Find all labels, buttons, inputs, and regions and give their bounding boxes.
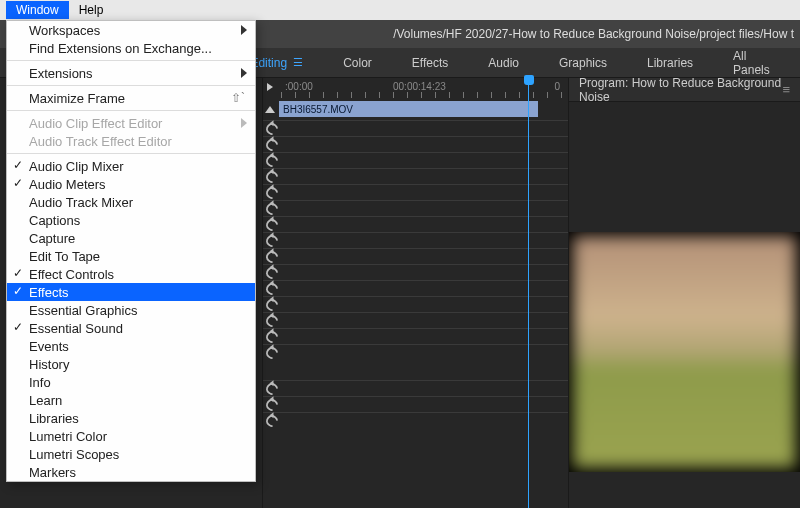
os-menubar: Window Help — [0, 0, 800, 20]
check-icon: ✓ — [13, 320, 23, 334]
video-track-header: BH3I6557.MOV — [263, 100, 568, 118]
menu-essential-sound[interactable]: ✓Essential Sound — [7, 319, 255, 337]
reset-icon[interactable] — [264, 184, 281, 201]
program-panel-title: Program: How to Reduce Background Noise — [579, 76, 782, 104]
timecode-end: 0 — [554, 81, 560, 92]
timecode-mid: 00:00:14:23 — [393, 81, 446, 92]
menu-info[interactable]: Info — [7, 373, 255, 391]
menu-effect-controls[interactable]: ✓Effect Controls — [7, 265, 255, 283]
panel-menu-icon[interactable]: ≡ — [782, 82, 790, 97]
reset-icon[interactable] — [264, 248, 281, 265]
audio-track[interactable] — [263, 396, 568, 412]
menu-libraries[interactable]: Libraries — [7, 409, 255, 427]
menu-captions[interactable]: Captions — [7, 211, 255, 229]
audio-track[interactable] — [263, 216, 568, 232]
reset-icon[interactable] — [264, 380, 281, 397]
audio-tracks — [263, 118, 568, 430]
audio-track[interactable] — [263, 152, 568, 168]
menu-capture[interactable]: Capture — [7, 229, 255, 247]
program-monitor-frame[interactable] — [569, 232, 800, 472]
reset-icon[interactable] — [264, 152, 281, 169]
shortcut-label: ⇧` — [231, 91, 245, 105]
menu-edit-to-tape[interactable]: Edit To Tape — [7, 247, 255, 265]
menu-separator — [7, 110, 255, 111]
audio-track[interactable] — [263, 200, 568, 216]
workspace-tab-allpanels[interactable]: All Panels — [713, 48, 800, 77]
program-panel-header: Program: How to Reduce Background Noise … — [569, 78, 800, 102]
menu-audio-track-mixer[interactable]: Audio Track Mixer — [7, 193, 255, 211]
reset-icon[interactable] — [264, 280, 281, 297]
menu-audio-clip-effect-editor: Audio Clip Effect Editor — [7, 114, 255, 132]
timecode-start: :00:00 — [285, 81, 313, 92]
reset-icon[interactable] — [264, 412, 281, 429]
check-icon: ✓ — [13, 158, 23, 172]
reset-icon[interactable] — [264, 136, 281, 153]
menu-separator — [7, 153, 255, 154]
audio-track[interactable] — [263, 296, 568, 312]
audio-track[interactable] — [263, 168, 568, 184]
submenu-arrow-icon — [241, 25, 247, 35]
audio-track[interactable] — [263, 184, 568, 200]
timeline-panel: :00:00 00:00:14:23 0 BH3I6557.MOV — [262, 78, 569, 508]
playhead[interactable] — [524, 75, 534, 85]
reset-icon[interactable] — [264, 168, 281, 185]
reset-icon[interactable] — [264, 264, 281, 281]
menu-history[interactable]: History — [7, 355, 255, 373]
reset-icon[interactable] — [264, 296, 281, 313]
menubar-window[interactable]: Window — [6, 1, 69, 19]
menu-extensions[interactable]: Extensions — [7, 64, 255, 82]
expand-up-icon[interactable] — [265, 106, 275, 113]
audio-track[interactable] — [263, 328, 568, 344]
menu-separator — [7, 60, 255, 61]
menu-markers[interactable]: Markers — [7, 463, 255, 481]
menu-learn[interactable]: Learn — [7, 391, 255, 409]
audio-track[interactable] — [263, 280, 568, 296]
menu-audio-track-effect-editor: Audio Track Effect Editor — [7, 132, 255, 150]
reset-icon[interactable] — [264, 120, 281, 137]
menu-workspaces[interactable]: Workspaces — [7, 21, 255, 39]
reset-icon[interactable] — [264, 232, 281, 249]
reset-icon[interactable] — [264, 396, 281, 413]
menu-effects[interactable]: ✓Effects — [7, 283, 255, 301]
menu-find-extensions[interactable]: Find Extensions on Exchange... — [7, 39, 255, 57]
menu-lumetri-scopes[interactable]: Lumetri Scopes — [7, 445, 255, 463]
reset-icon[interactable] — [264, 200, 281, 217]
reset-icon[interactable] — [264, 344, 281, 361]
audio-track[interactable] — [263, 380, 568, 396]
workspace-tab-graphics[interactable]: Graphics — [539, 48, 627, 77]
audio-track[interactable] — [263, 136, 568, 152]
menu-essential-graphics[interactable]: Essential Graphics — [7, 301, 255, 319]
program-monitor-panel: Program: How to Reduce Background Noise … — [569, 78, 800, 508]
menu-audio-clip-mixer[interactable]: ✓Audio Clip Mixer — [7, 157, 255, 175]
workspace-tab-audio[interactable]: Audio — [468, 48, 539, 77]
ruler-ticks — [281, 92, 564, 98]
submenu-arrow-icon — [241, 68, 247, 78]
audio-track[interactable] — [263, 344, 568, 360]
video-clip[interactable]: BH3I6557.MOV — [279, 101, 538, 117]
reset-icon[interactable] — [264, 216, 281, 233]
workspace-tab-libraries[interactable]: Libraries — [627, 48, 713, 77]
play-icon[interactable] — [267, 83, 273, 91]
reset-icon[interactable] — [264, 328, 281, 345]
workspace-tab-effects[interactable]: Effects — [392, 48, 468, 77]
audio-track[interactable] — [263, 264, 568, 280]
submenu-arrow-icon — [241, 118, 247, 128]
audio-track[interactable] — [263, 248, 568, 264]
audio-track[interactable] — [263, 232, 568, 248]
audio-track[interactable] — [263, 120, 568, 136]
audio-track[interactable] — [263, 312, 568, 328]
project-path: /Volumes/HF 2020/27-How to Reduce Backgr… — [393, 27, 794, 41]
reset-icon[interactable] — [264, 312, 281, 329]
window-menu-dropdown: Workspaces Find Extensions on Exchange..… — [6, 20, 256, 482]
check-icon: ✓ — [13, 284, 23, 298]
hamburger-icon[interactable]: ☰ — [293, 56, 303, 69]
menubar-help[interactable]: Help — [69, 1, 114, 19]
audio-track[interactable] — [263, 412, 568, 428]
menu-maximize-frame[interactable]: Maximize Frame⇧` — [7, 89, 255, 107]
menu-events[interactable]: Events — [7, 337, 255, 355]
workspace-tab-color[interactable]: Color — [323, 48, 392, 77]
timeline-ruler[interactable]: :00:00 00:00:14:23 0 — [263, 78, 568, 100]
menu-separator — [7, 85, 255, 86]
menu-lumetri-color[interactable]: Lumetri Color — [7, 427, 255, 445]
menu-audio-meters[interactable]: ✓Audio Meters — [7, 175, 255, 193]
